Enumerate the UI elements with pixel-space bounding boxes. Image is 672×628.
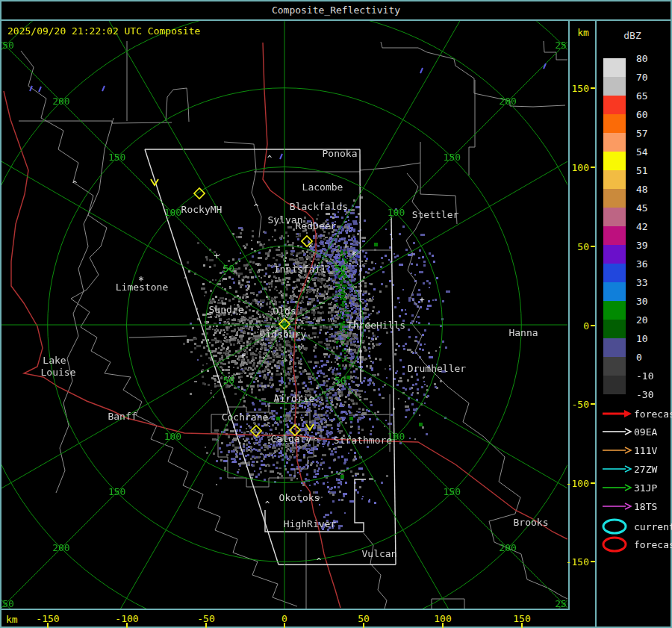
plus-marker-icon: + (419, 295, 424, 305)
plus-marker-icon: + (214, 251, 219, 261)
lightning-dash-icon (280, 154, 282, 159)
colorbar-band (603, 376, 626, 394)
range-ring-label: 250 (1, 598, 14, 609)
colorbar-label: 10 (636, 333, 648, 344)
caret-marker-icon: ^ (317, 556, 322, 566)
colorbar-band (603, 77, 626, 96)
scan-sector-outline (391, 217, 396, 565)
colorbar-label: 42 (636, 221, 648, 232)
city-label-airdrie: Airdrie (274, 393, 315, 404)
border-top (0, 0, 672, 1)
colorbar-label: -10 (636, 370, 653, 382)
county-boundary-line (469, 80, 475, 175)
colorbar-label: 39 (636, 240, 648, 251)
caret-marker-icon: ^ (314, 436, 319, 446)
colorbar-label: 65 (636, 90, 648, 102)
colorbar-label: 57 (636, 128, 648, 139)
colorbar-band (603, 114, 626, 133)
city-label-rockymh: RockyMH (181, 204, 223, 215)
county-boundary-line (166, 88, 189, 122)
county-boundary-line (224, 142, 261, 237)
right-axis-tick (591, 246, 595, 247)
colorbar-label: 48 (636, 184, 648, 195)
timestamp-label: 2025/09/20 21:22:02 UTC Composite (7, 25, 200, 37)
lightning-dash-icon (39, 87, 41, 92)
legend-label-forecast: forecast (634, 539, 672, 550)
range-ring-label: 250 (1, 40, 14, 51)
azimuth-radial-315 (335, 21, 567, 275)
colorbar-band (603, 301, 626, 320)
right-axis-label: -50 (572, 399, 589, 410)
colorbar-label: 70 (636, 72, 648, 83)
colorbar-band (603, 152, 626, 170)
legend-arrowhead (625, 429, 631, 435)
county-boundary-line (56, 118, 113, 493)
right-axis-label: 0 (583, 320, 589, 332)
dbz-colorbar: 807065605754514845423936333020100-10-30 (603, 58, 671, 394)
range-ring-label: 250 (555, 40, 567, 51)
range-ring-label: 200 (499, 96, 516, 107)
range-ring-label: 150 (108, 486, 125, 497)
right-axis-tick (591, 87, 595, 89)
range-ring-label: 150 (108, 152, 125, 163)
legend-arrowhead (624, 410, 632, 417)
city-label-stettler: Stettler (412, 209, 459, 220)
range-ring-label: 200 (499, 542, 516, 553)
city-label-okotoks: Okotoks (279, 492, 320, 503)
city-label-highriver: HighRiver (284, 518, 337, 529)
legend-arrowhead (625, 503, 631, 509)
range-ring-label: 200 (52, 96, 69, 107)
colorbar-label: 33 (636, 277, 648, 288)
city-label-brooks: Brooks (514, 517, 549, 528)
window-title: Composite_Reflectivity (0, 4, 672, 16)
county-boundary-line (21, 51, 297, 606)
colorbar-label: 45 (636, 202, 648, 214)
bottom-axis-tick (47, 623, 49, 628)
bottom-axis-tick (284, 623, 285, 628)
range-ring-label: 50 (335, 263, 346, 274)
legend-label-09EA: 09EA (634, 426, 657, 438)
bottom-axis-tick (126, 623, 128, 628)
legend-label-27ZW: 27ZW (634, 464, 657, 475)
range-ring-label: 200 (52, 542, 69, 553)
range-ring-label: 50 (223, 263, 234, 274)
colorbar-band (603, 170, 626, 189)
legend-ellipse-current (603, 520, 626, 533)
colorbar-label: 0 (636, 352, 642, 363)
city-label-threehills: ThreeHills (347, 320, 405, 331)
city-label-vulcan: Vulcan (362, 548, 397, 559)
county-boundary-line (129, 336, 187, 338)
legend-label-forecast: forecast (634, 408, 672, 420)
colorbar-band (603, 96, 626, 114)
bottom-axis-tick (205, 623, 207, 628)
city-label-strathmore: Strathmore (334, 435, 392, 446)
caret-marker-icon: ^ (267, 154, 273, 164)
city-label-cochrane: Cochrane (222, 411, 269, 423)
right-axis-tick (591, 167, 595, 168)
right-axis-tick (591, 561, 595, 562)
city-label-didsbury: Didsbury (260, 329, 307, 340)
plus-marker-icon: + (346, 344, 352, 355)
bottom-axis-tick (363, 623, 364, 628)
colorbar-band (603, 58, 626, 77)
city-label-reddeer: RedDeer (296, 220, 337, 231)
azimuth-radial-120 (60, 325, 284, 609)
radar-map-viewport[interactable]: 5050505010010010010015015015015020020020… (1, 21, 567, 609)
colorbar-band (603, 338, 626, 357)
colorbar-band (603, 320, 626, 338)
caret-marker-icon: ^ (336, 387, 341, 397)
legend-label-31JP: 31JP (634, 482, 657, 494)
map-right-border (568, 20, 570, 609)
right-axis-tick (591, 403, 595, 405)
panel-divider (595, 20, 597, 627)
lightning-dash-icon (420, 68, 423, 73)
azimuth-radial-225 (1, 21, 234, 275)
colorbar-band (603, 189, 626, 208)
right-axis-label: -150 (566, 556, 589, 568)
colorbar-band (603, 357, 626, 376)
colorbar-label: 80 (636, 53, 648, 64)
range-ring-label: 100 (388, 207, 405, 218)
highway-line (4, 91, 296, 435)
city-label-hanna: Hanna (508, 327, 538, 338)
city-label-lacombe: Lacombe (302, 181, 343, 193)
